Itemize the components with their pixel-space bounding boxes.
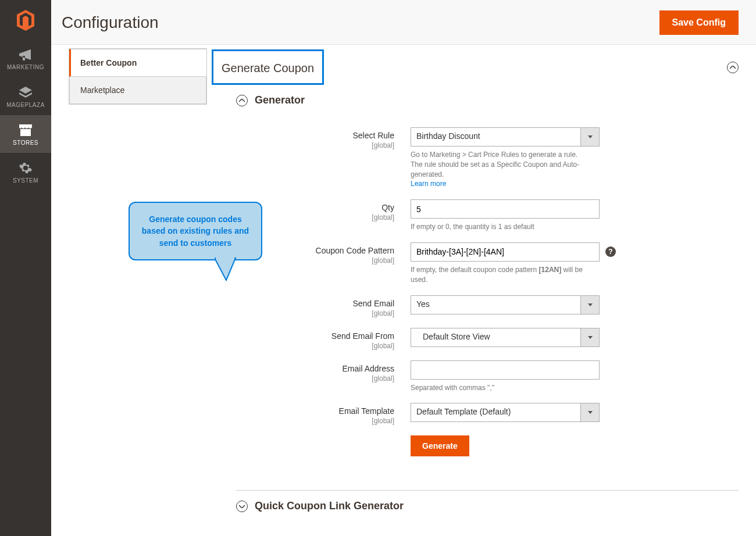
scope-label: [global]: [236, 309, 394, 317]
label-send-from: Send Email From: [331, 331, 394, 341]
section-head-highlight: Generate Coupon: [212, 49, 324, 85]
magento-logo-icon: [16, 9, 35, 31]
section-title: Generate Coupon: [222, 62, 314, 75]
row-qty: Qty [global] If empty or 0, the quantity…: [236, 199, 739, 232]
row-template: Email Template [global] Default Template…: [236, 403, 739, 425]
svg-marker-0: [215, 258, 236, 280]
help-icon[interactable]: ?: [605, 246, 616, 257]
nav-stores[interactable]: STORES: [0, 115, 51, 153]
collapse-quick-link[interactable]: Quick Coupon Link Generator: [236, 491, 739, 521]
send-email-dropdown[interactable]: Yes: [411, 295, 600, 315]
config-wrap: Better Coupon Marketplace Generate coupo…: [51, 45, 756, 536]
label-send-email: Send Email: [352, 299, 394, 308]
template-value: Default Template (Default): [411, 403, 580, 422]
template-dropdown[interactable]: Default Template (Default): [411, 403, 600, 422]
gear-icon: [19, 161, 33, 175]
note-qty: If empty or 0, the quantity is 1 as defa…: [411, 222, 600, 232]
row-select-rule: Select Rule [global] Birthday Discount G…: [236, 127, 739, 189]
label-qty: Qty: [381, 203, 394, 212]
nav-label: STORES: [0, 140, 51, 146]
config-body: Generate coupon codes based on existing …: [207, 45, 756, 536]
chevron-up-icon: [730, 66, 736, 69]
row-send-from: Send Email From [global] Default Store V…: [236, 328, 739, 350]
send-from-value: Default Store View: [411, 328, 580, 347]
row-send-email: Send Email [global] Yes: [236, 295, 739, 317]
row-email-address: Email Address [global] Separated with co…: [236, 360, 739, 393]
email-address-input[interactable]: [411, 360, 600, 380]
note-select-rule: Go to Marketing > Cart Price Rules to ge…: [411, 150, 600, 189]
collapse-quick-link-title: Quick Coupon Link Generator: [255, 500, 404, 512]
caret-down-icon: [580, 328, 600, 347]
config-tab-marketplace[interactable]: Marketplace: [69, 77, 206, 104]
caret-down-icon: [580, 127, 600, 146]
note-pattern: If empty, the default coupon code patter…: [411, 265, 600, 285]
chevron-up-icon: [236, 95, 248, 106]
section-collapse-toggle[interactable]: [727, 62, 739, 73]
label-pattern: Coupon Code Pattern: [316, 246, 394, 255]
megaphone-icon: [18, 49, 33, 62]
callout-bubble: Generate coupon codes based on existing …: [129, 202, 262, 260]
nav-mageplaza[interactable]: MAGEPLAZA: [0, 77, 51, 115]
send-from-dropdown[interactable]: Default Store View: [411, 328, 600, 347]
collapse-generator-title: Generator: [255, 94, 305, 106]
nav-marketing[interactable]: MARKETING: [0, 41, 51, 77]
config-tab-better-coupon[interactable]: Better Coupon: [69, 49, 206, 77]
generate-button[interactable]: Generate: [411, 435, 469, 456]
nav-label: MARKETING: [0, 64, 51, 70]
nav-system[interactable]: SYSTEM: [0, 153, 51, 191]
select-rule-dropdown[interactable]: Birthday Discount: [411, 127, 600, 146]
label-email-address: Email Address: [343, 364, 394, 373]
nav-label: SYSTEM: [0, 177, 51, 184]
scope-label: [global]: [236, 342, 394, 350]
save-config-button[interactable]: Save Config: [659, 10, 739, 35]
select-rule-value: Birthday Discount: [411, 127, 580, 146]
collapse-generator[interactable]: Generator: [236, 85, 739, 116]
svg-marker-1: [216, 257, 234, 259]
label-select-rule: Select Rule: [352, 131, 394, 140]
page-header: Configuration Save Config: [51, 0, 756, 45]
label-template: Email Template: [339, 406, 394, 416]
mageplaza-icon: [18, 85, 33, 99]
nav-label: MAGEPLAZA: [0, 102, 51, 108]
callout-text: Generate coupon codes based on existing …: [142, 215, 249, 248]
config-tabs-col: Better Coupon Marketplace: [51, 45, 207, 536]
page-title: Configuration: [62, 13, 159, 32]
note-email-address: Separated with commas ",": [411, 383, 600, 393]
chevron-down-icon: [236, 501, 248, 512]
pattern-input[interactable]: [411, 242, 600, 262]
caret-down-icon: [580, 403, 600, 422]
row-pattern: Coupon Code Pattern [global] ? If empty,…: [236, 242, 739, 285]
admin-sidebar: MARKETING MAGEPLAZA STORES SYSTEM: [0, 0, 51, 536]
scope-label: [global]: [236, 417, 394, 425]
scope-label: [global]: [236, 141, 394, 149]
qty-input[interactable]: [411, 199, 600, 219]
main-content: Configuration Save Config Better Coupon …: [51, 0, 756, 536]
send-email-value: Yes: [411, 295, 580, 315]
callout-tail-icon: [215, 257, 244, 281]
magento-logo[interactable]: [0, 0, 51, 41]
caret-down-icon: [580, 295, 600, 315]
row-generate: Generate: [236, 435, 739, 456]
generator-fieldset: Select Rule [global] Birthday Discount G…: [236, 116, 739, 478]
stores-icon: [18, 123, 33, 137]
learn-more-link[interactable]: Learn more: [411, 180, 446, 188]
scope-label: [global]: [236, 374, 394, 383]
